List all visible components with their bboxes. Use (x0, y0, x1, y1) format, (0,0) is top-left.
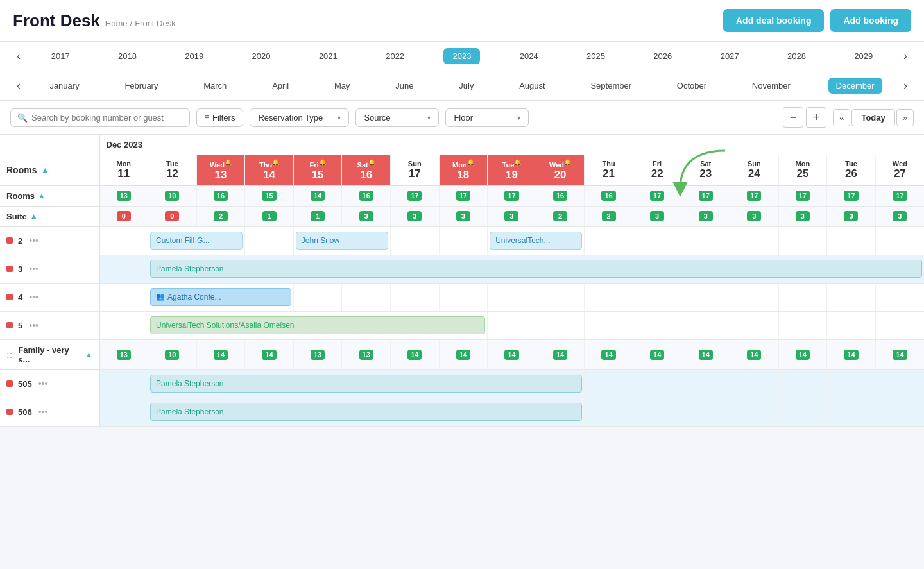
booking-bar[interactable]: UniversalTech... (490, 232, 582, 250)
room-number: 2 (18, 236, 22, 246)
day-header-20[interactable]: Wed🔔20 (536, 155, 585, 186)
year-item-2017[interactable]: 2017 (42, 48, 79, 64)
year-item-2022[interactable]: 2022 (377, 48, 413, 64)
day-header-27[interactable]: Wed27 (875, 155, 924, 186)
reservation-type-dropdown[interactable]: Reservation Type ▾ (250, 108, 349, 127)
year-item-2018[interactable]: 2018 (109, 48, 146, 64)
dots-menu[interactable]: ••• (29, 264, 38, 274)
room-cell-506-1[interactable]: Pamela Stepherson (148, 398, 585, 426)
month-item-october[interactable]: October (669, 78, 714, 94)
dots-menu[interactable]: ••• (29, 292, 38, 302)
avail-cell-Rooms-2: 16 (196, 185, 245, 206)
zoom-out-button[interactable]: − (783, 107, 803, 128)
dots-menu[interactable]: ••• (38, 378, 48, 389)
day-header-18[interactable]: Mon🔔18 (439, 155, 488, 186)
booking-bar[interactable]: Pamela Stepherson (150, 375, 582, 393)
floor-dropdown[interactable]: Floor ▾ (445, 108, 529, 127)
collapse-icon[interactable]: ▲ (38, 191, 46, 200)
search-input[interactable] (31, 113, 183, 123)
day-header-17[interactable]: Sun17 (390, 155, 439, 186)
room-cell-2-4[interactable]: John Snow (293, 226, 390, 255)
year-item-2028[interactable]: 2028 (778, 48, 815, 64)
month-next-button[interactable]: › (897, 76, 914, 95)
collapse-icon[interactable]: ▲ (85, 350, 93, 359)
rooms-label: Rooms (6, 165, 37, 175)
avail-cell-Rooms-9: 16 (536, 185, 585, 206)
filters-button[interactable]: ≡ Filters (196, 108, 243, 127)
dots-menu[interactable]: ••• (29, 235, 38, 246)
drag-handle-icon[interactable]: :: (6, 350, 12, 360)
year-next-button[interactable]: › (897, 47, 914, 65)
year-item-2024[interactable]: 2024 (511, 48, 547, 64)
room-cell-4-1[interactable]: 👥Agatha Confe... (148, 283, 294, 311)
room-cell-2-1[interactable]: Custom Fill-G... (148, 226, 245, 255)
avail-cell-Rooms-14: 17 (778, 185, 827, 206)
breadcrumb-home[interactable]: Home (105, 19, 128, 28)
header: Front Desk Home / Front Desk Add deal bo… (0, 0, 924, 42)
day-header-19[interactable]: Tue🔔19 (488, 155, 536, 186)
avail-cell-Suite-7: 3 (439, 206, 488, 226)
room-cell-3-1[interactable]: Pamela Stepherson (148, 255, 924, 283)
sort-icon[interactable]: ▲ (40, 165, 49, 175)
room-cell-506-0 (99, 398, 148, 426)
year-item-2026[interactable]: 2026 (644, 48, 681, 64)
year-item-2025[interactable]: 2025 (578, 48, 614, 64)
year-item-2029[interactable]: 2029 (845, 48, 882, 64)
day-header-23[interactable]: Sat23 (681, 155, 730, 186)
month-prev-button[interactable]: ‹ (10, 76, 27, 95)
dots-menu[interactable]: ••• (38, 407, 48, 417)
day-header-12[interactable]: Tue12 (148, 155, 197, 186)
booking-bar[interactable]: 👥Agatha Confe... (150, 288, 291, 306)
year-prev-button[interactable]: ‹ (10, 47, 27, 65)
room-cell-5-1[interactable]: UniversalTech Solutions/Asalia Omelsen (148, 311, 488, 339)
floor-label: Floor (454, 113, 473, 123)
month-item-june[interactable]: June (388, 78, 421, 94)
nav-today-button[interactable]: Today (851, 109, 894, 126)
day-header-25[interactable]: Mon25 (778, 155, 827, 186)
dots-menu[interactable]: ••• (29, 320, 38, 330)
day-header-16[interactable]: Sat🔔16 (342, 155, 391, 186)
booking-bar[interactable]: John Snow (296, 232, 388, 250)
month-item-september[interactable]: September (583, 78, 639, 94)
month-item-april[interactable]: April (264, 78, 296, 94)
day-header-13[interactable]: Wed🔔13 (196, 155, 245, 186)
year-item-2027[interactable]: 2027 (712, 48, 748, 64)
avail-cell-Suite-14: 3 (778, 206, 827, 226)
month-item-july[interactable]: July (451, 78, 481, 94)
booking-bar[interactable]: Pamela Stepherson (150, 260, 922, 278)
add-booking-button[interactable]: Add booking (830, 9, 911, 32)
day-header-15[interactable]: Fri🔔15 (293, 155, 342, 186)
day-header-22[interactable]: Fri22 (633, 155, 681, 186)
day-header-14[interactable]: Thu🔔14 (245, 155, 294, 186)
avail-cell-Suite-4: 1 (293, 206, 342, 226)
nav-prev-button[interactable]: « (833, 109, 850, 126)
room-cell-2-11 (633, 226, 681, 255)
avail-cell-Family - very s...-14: 14 (778, 339, 827, 369)
booking-bar[interactable]: Pamela Stepherson (150, 403, 582, 421)
room-cell-505-1[interactable]: Pamela Stepherson (148, 369, 585, 398)
day-header-26[interactable]: Tue26 (827, 155, 876, 186)
year-item-2021[interactable]: 2021 (310, 48, 346, 64)
day-header-24[interactable]: Sun24 (730, 155, 779, 186)
month-item-february[interactable]: February (117, 78, 166, 94)
year-item-2020[interactable]: 2020 (243, 48, 280, 64)
source-dropdown[interactable]: Source ▾ (355, 108, 439, 127)
month-item-january[interactable]: January (42, 78, 87, 94)
month-item-august[interactable]: August (511, 78, 552, 94)
collapse-icon[interactable]: ▲ (30, 212, 38, 221)
nav-next-button[interactable]: » (896, 109, 914, 126)
booking-bar[interactable]: UniversalTech Solutions/Asalia Omelsen (150, 316, 485, 334)
month-item-november[interactable]: November (744, 78, 798, 94)
room-cell-4-0 (99, 283, 148, 311)
day-header-11[interactable]: Mon11 (99, 155, 148, 186)
booking-bar[interactable]: Custom Fill-G... (150, 232, 243, 250)
year-item-2019[interactable]: 2019 (176, 48, 212, 64)
add-deal-booking-button[interactable]: Add deal booking (723, 9, 824, 32)
room-cell-2-8[interactable]: UniversalTech... (488, 226, 585, 255)
year-item-2023[interactable]: 2023 (443, 48, 480, 64)
zoom-in-button[interactable]: + (806, 107, 826, 128)
month-item-december[interactable]: December (828, 78, 882, 94)
month-item-may[interactable]: May (327, 78, 358, 94)
day-header-21[interactable]: Thu21 (585, 155, 633, 186)
month-item-march[interactable]: March (196, 78, 234, 94)
